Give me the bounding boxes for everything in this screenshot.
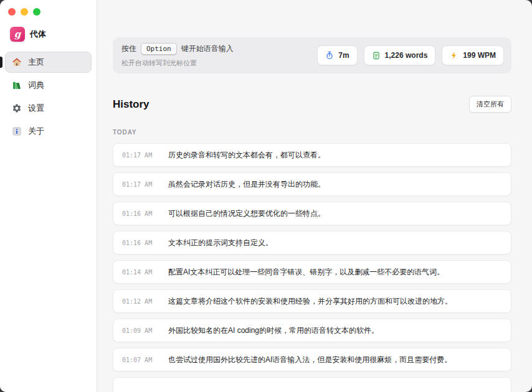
option-keycap: Option <box>141 43 177 55</box>
history-item-text: 配置AI文本纠正可以处理一些同音字错误、错别字，以及删减一些不必要的语气词。 <box>168 267 444 278</box>
history-item-text: 外国比较知名的在AI coding的时候，常用的语音转文本的软件。 <box>168 325 379 336</box>
history-header: History 清空所有 <box>113 96 511 113</box>
wpm-value: 199 WPM <box>463 51 496 60</box>
sidebar: g 代体 主页 词典 <box>0 0 97 392</box>
window-controls <box>0 0 97 16</box>
hotkey-hint-text: 按住 Option 键开始语音输入 松开自动转写到光标位置 <box>121 43 234 68</box>
clear-all-button[interactable]: 清空所有 <box>469 96 511 113</box>
duration-value: 7m <box>338 51 349 60</box>
history-item-text: 虽然会记录对话历史，但是并没有导出的功能。 <box>168 179 325 190</box>
hint-prefix: 按住 <box>121 44 136 54</box>
wpm-icon <box>450 51 458 60</box>
history-item-time: 01:16 AM <box>122 210 158 217</box>
zoom-button[interactable] <box>33 8 40 16</box>
history-item-text: 可以根据自己的情况定义想要优化的一些特点。 <box>168 208 325 219</box>
history-item[interactable]: 01:09 AM 外国比较知名的在AI coding的时候，常用的语音转文本的软… <box>113 319 511 342</box>
history-title: History <box>113 98 150 111</box>
hotkey-hint-card: 按住 Option 键开始语音输入 松开自动转写到光标位置 7m 1,226 w… <box>113 37 511 73</box>
close-button[interactable] <box>8 8 16 16</box>
words-icon <box>372 51 381 60</box>
settings-icon <box>11 103 22 113</box>
app-header: g 代体 <box>0 16 97 42</box>
history-item[interactable]: 01:12 AM 这篇文章将介绍这个软件的安装和使用经验，并分享其好用的方面和可… <box>113 289 511 313</box>
hint-line2: 松开自动转写到光标位置 <box>121 58 234 68</box>
history-item-text: 文本纠正的提示词支持自定义。 <box>168 238 273 248</box>
words-value: 1,226 words <box>385 51 428 60</box>
sidebar-item-dictionary[interactable]: 词典 <box>5 75 92 96</box>
history-item-time: 01:07 AM <box>122 357 158 363</box>
about-icon <box>11 126 22 136</box>
history-item-partial[interactable] <box>113 377 511 392</box>
history-item[interactable]: 01:14 AM 配置AI文本纠正可以处理一些同音字错误、错别字，以及删减一些不… <box>113 260 511 284</box>
sidebar-item-label: 设置 <box>28 103 44 114</box>
sidebar-item-label: 词典 <box>28 80 44 91</box>
history-item-time: 01:17 AM <box>122 181 158 188</box>
app-name: 代体 <box>30 29 46 40</box>
history-item-time: 01:09 AM <box>122 327 158 334</box>
sidebar-item-about[interactable]: 关于 <box>5 121 92 142</box>
active-indicator <box>0 57 2 68</box>
app-window: g 代体 主页 词典 <box>0 0 532 392</box>
stats-badges: 7m 1,226 words 199 WPM <box>317 45 504 65</box>
hint-suffix: 键开始语音输入 <box>181 44 234 54</box>
minimize-button[interactable] <box>21 8 28 16</box>
history-item[interactable]: 01:16 AM 可以根据自己的情况定义想要优化的一些特点。 <box>113 202 511 225</box>
history-item-text: 这篇文章将介绍这个软件的安装和使用经验，并分享其好用的方面和可以改进的地方。 <box>168 296 452 307</box>
history-item-time: 01:17 AM <box>122 152 158 159</box>
history-item-time: 01:16 AM <box>122 240 158 246</box>
sidebar-item-label: 关于 <box>28 126 44 137</box>
words-stat-badge: 1,226 words <box>364 45 436 65</box>
sidebar-item-home[interactable]: 主页 <box>5 52 92 73</box>
app-logo: g <box>10 27 25 42</box>
history-item-text: 历史的录音和转写的文本都会有，都可以查看。 <box>168 150 325 161</box>
timer-icon <box>325 51 334 60</box>
main-content: 按住 Option 键开始语音输入 松开自动转写到光标位置 7m 1,226 w… <box>97 0 532 392</box>
history-item[interactable]: 01:17 AM 历史的录音和转写的文本都会有，都可以查看。 <box>113 143 511 167</box>
history-item-text: 也尝试过使用国外比较先进的AI语音输入法，但是安装和使用很麻烦，而且需要付费。 <box>168 355 452 365</box>
home-icon <box>11 57 22 67</box>
duration-stat-badge: 7m <box>317 45 357 65</box>
history-item[interactable]: 01:16 AM 文本纠正的提示词支持自定义。 <box>113 231 511 254</box>
history-item-time: 01:14 AM <box>122 269 158 276</box>
history-list: 01:17 AM 历史的录音和转写的文本都会有，都可以查看。 01:17 AM … <box>113 143 511 371</box>
sidebar-nav: 主页 词典 设置 关于 <box>0 52 97 142</box>
wpm-stat-badge: 199 WPM <box>442 45 504 65</box>
history-item[interactable]: 01:17 AM 虽然会记录对话历史，但是并没有导出的功能。 <box>113 172 511 196</box>
sidebar-item-settings[interactable]: 设置 <box>5 98 92 119</box>
sidebar-item-label: 主页 <box>28 57 44 68</box>
history-item-time: 01:12 AM <box>122 298 158 305</box>
day-section-label: TODAY <box>113 129 511 136</box>
history-item[interactable]: 01:07 AM 也尝试过使用国外比较先进的AI语音输入法，但是安装和使用很麻烦… <box>113 348 511 371</box>
dictionary-icon <box>11 80 22 90</box>
